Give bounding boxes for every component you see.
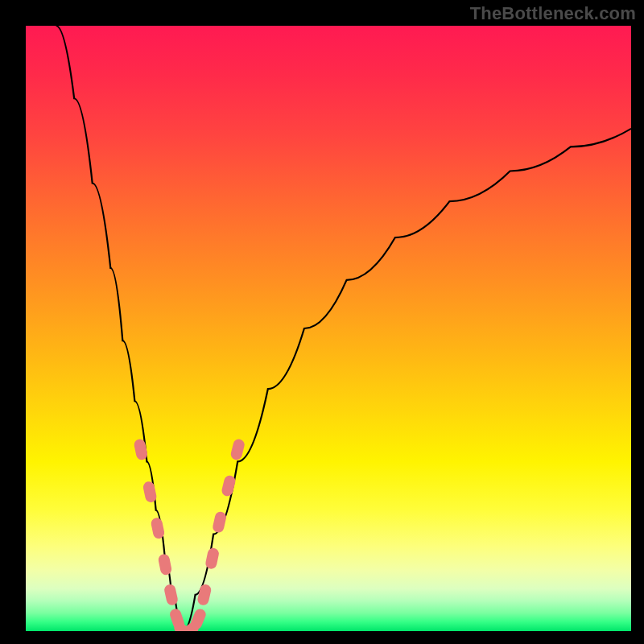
data-marker	[163, 584, 179, 606]
left-branch-curve	[56, 26, 184, 631]
data-marker	[158, 553, 173, 576]
data-marker	[150, 517, 165, 539]
right-branch-curve	[184, 129, 631, 631]
chart-frame: TheBottleneck.com	[0, 0, 644, 644]
data-marker	[212, 510, 227, 533]
plot-area	[26, 26, 631, 631]
data-marker	[142, 481, 158, 503]
data-marker	[229, 438, 246, 461]
data-marker	[204, 547, 220, 570]
data-marker	[133, 438, 148, 460]
data-marker	[221, 474, 237, 497]
curve-layer	[26, 26, 631, 631]
watermark-text: TheBottleneck.com	[470, 3, 636, 24]
data-marker	[196, 584, 212, 606]
